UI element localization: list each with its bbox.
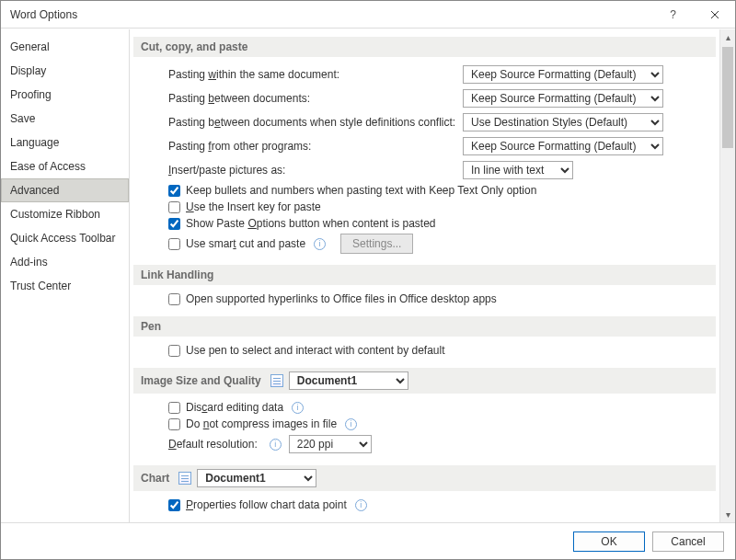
content-pane: Cut, copy, and paste Pasting within the … [130, 29, 719, 522]
sidebar-item-quick-access-toolbar[interactable]: Quick Access Toolbar [1, 226, 129, 250]
info-icon[interactable]: i [355, 499, 367, 511]
sidebar-item-trust-center[interactable]: Trust Center [1, 274, 129, 298]
section-image-size-quality: Image Size and Quality Document1 [133, 368, 716, 394]
scroll-track[interactable] [720, 45, 735, 507]
label-insert-pictures: Insert/paste pictures as: [168, 164, 463, 177]
select-pasting-other[interactable]: Keep Source Formatting (Default) [463, 137, 663, 155]
select-pasting-conflict[interactable]: Use Destination Styles (Default) [463, 113, 663, 131]
info-icon[interactable]: i [292, 402, 304, 414]
sidebar-item-language[interactable]: Language [1, 131, 129, 154]
info-icon[interactable]: i [270, 439, 282, 451]
sidebar-item-proofing[interactable]: Proofing [1, 83, 129, 107]
checkbox-use-pen[interactable] [168, 345, 180, 357]
section-pen: Pen [133, 316, 716, 337]
info-icon[interactable]: i [345, 418, 357, 430]
word-options-dialog: Word Options ? General Display Proofing … [0, 0, 736, 560]
label-discard-editing: Discard editing data [186, 401, 283, 414]
select-insert-pictures[interactable]: In line with text [463, 161, 573, 179]
dialog-footer: OK Cancel [1, 522, 735, 559]
sidebar-item-display[interactable]: Display [1, 59, 129, 83]
label-pasting-conflict: Pasting between documents when style def… [168, 116, 463, 129]
checkbox-chart-properties[interactable] [168, 499, 180, 511]
checkbox-keep-bullets[interactable] [168, 185, 180, 197]
settings-button: Settings... [340, 234, 413, 254]
checkbox-insert-key[interactable] [168, 201, 180, 213]
label-chart-properties: Properties follow chart data point [186, 498, 347, 511]
ok-button[interactable]: OK [573, 531, 645, 552]
section-link-handling: Link Handling [133, 265, 716, 285]
label-default-resolution: Default resolution: [168, 438, 258, 451]
label-open-hyperlinks: Open supported hyperlinks to Office file… [186, 292, 497, 305]
select-pasting-between[interactable]: Keep Source Formatting (Default) [463, 89, 663, 108]
help-button[interactable]: ? [652, 1, 694, 29]
scroll-down-arrow[interactable]: ▾ [720, 507, 735, 522]
scroll-thumb[interactable] [722, 47, 733, 148]
scroll-up-arrow[interactable]: ▴ [720, 29, 735, 45]
sidebar-item-advanced[interactable]: Advanced [1, 178, 129, 202]
label-pasting-between: Pasting between documents: [168, 92, 463, 105]
document-icon [270, 374, 283, 387]
titlebar: Word Options ? [1, 1, 735, 29]
close-icon [710, 10, 719, 19]
section-chart: Chart Document1 [133, 465, 716, 491]
checkbox-discard-editing[interactable] [168, 402, 180, 414]
cancel-button[interactable]: Cancel [652, 531, 724, 552]
sidebar-item-save[interactable]: Save [1, 107, 129, 131]
label-show-paste-options: Show Paste Options button when content i… [186, 217, 436, 230]
label-no-compress: Do not compress images in file [186, 417, 337, 430]
dialog-title: Word Options [1, 8, 77, 21]
checkbox-show-paste-options[interactable] [168, 218, 180, 230]
checkbox-smart-cut-paste[interactable] [168, 238, 180, 250]
label-insert-key: Use the Insert key for paste [186, 200, 321, 213]
checkbox-open-hyperlinks[interactable] [168, 293, 180, 305]
checkbox-no-compress[interactable] [168, 418, 180, 430]
label-use-pen: Use pen to select and interact with cont… [186, 344, 445, 357]
select-pasting-within[interactable]: Keep Source Formatting (Default) [463, 65, 663, 84]
section-cut-copy-paste: Cut, copy, and paste [133, 37, 716, 57]
sidebar-item-add-ins[interactable]: Add-ins [1, 250, 129, 274]
sidebar-item-general[interactable]: General [1, 35, 129, 59]
document-icon [178, 472, 191, 485]
sidebar: General Display Proofing Save Language E… [1, 29, 130, 522]
select-chart-document[interactable]: Document1 [197, 469, 316, 487]
info-icon[interactable]: i [314, 238, 326, 250]
sidebar-item-customize-ribbon[interactable]: Customize Ribbon [1, 202, 129, 226]
label-pasting-within: Pasting within the same document: [168, 68, 463, 81]
label-keep-bullets: Keep bullets and numbers when pasting te… [186, 184, 536, 197]
close-button[interactable] [694, 1, 735, 29]
select-default-resolution[interactable]: 220 ppi [289, 435, 372, 453]
sidebar-item-ease-of-access[interactable]: Ease of Access [1, 154, 129, 178]
label-pasting-other: Pasting from other programs: [168, 140, 463, 153]
vertical-scrollbar[interactable]: ▴ ▾ [719, 29, 735, 522]
label-smart-cut-paste: Use smart cut and paste [186, 237, 305, 250]
select-image-document[interactable]: Document1 [289, 371, 408, 390]
